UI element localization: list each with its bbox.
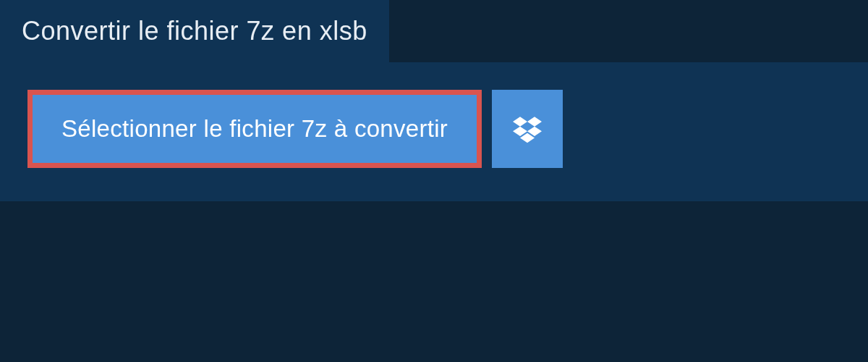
- upload-panel: Sélectionner le fichier 7z à convertir: [0, 62, 868, 201]
- dropbox-icon: [513, 114, 542, 143]
- page-title: Convertir le fichier 7z en xlsb: [22, 16, 367, 46]
- select-file-button[interactable]: Sélectionner le fichier 7z à convertir: [27, 90, 482, 168]
- header-tab: Convertir le fichier 7z en xlsb: [0, 0, 389, 62]
- dropbox-button[interactable]: [492, 90, 563, 168]
- select-file-label: Sélectionner le fichier 7z à convertir: [61, 115, 448, 143]
